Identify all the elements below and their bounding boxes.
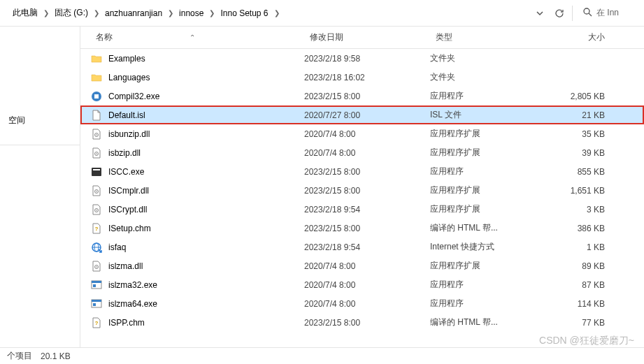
file-date: 2020/7/4 8:00: [304, 299, 430, 309]
file-row[interactable]: ?ISPP.chm2023/2/15 8:00编译的 HTML 帮...77 K…: [80, 313, 644, 332]
svg-point-4: [96, 134, 97, 136]
svg-point-0: [584, 8, 589, 14]
file-list-area: 名称 ⌃ 修改日期 类型 大小 Examples2023/2/18 9:58文件…: [80, 27, 644, 347]
file-size: 77 KB: [548, 318, 610, 328]
file-size: 39 KB: [548, 148, 610, 158]
file-date: 2020/7/4 8:00: [304, 261, 430, 271]
file-row[interactable]: islzma.dll2020/7/4 8:00应用程序扩展89 KB: [80, 256, 644, 275]
file-row[interactable]: Examples2023/2/18 9:58文件夹: [80, 49, 644, 68]
chm-icon: ?: [90, 316, 103, 329]
file-type: 应用程序扩展: [430, 147, 548, 159]
file-row[interactable]: Compil32.exe2023/2/15 8:00应用程序2,805 KB: [80, 87, 644, 105]
file-name: Compil32.exe: [108, 92, 304, 101]
svg-text:?: ?: [95, 226, 99, 232]
dll-icon: [90, 128, 103, 140]
chevron-right-icon: ❯: [94, 9, 99, 17]
file-name: islzma64.exe: [108, 299, 304, 309]
chevron-right-icon: ❯: [43, 9, 49, 17]
file-row[interactable]: islzma64.exe2020/7/4 8:00应用程序114 KB: [80, 294, 644, 313]
dll-icon: [90, 147, 103, 159]
chevron-right-icon: ❯: [209, 9, 215, 17]
file-icon: [90, 109, 103, 122]
svg-line-1: [589, 13, 592, 16]
file-rows: Examples2023/2/18 9:58文件夹Languages2023/2…: [80, 49, 644, 347]
file-row[interactable]: isbzip.dll2020/7/4 8:00应用程序扩展39 KB: [80, 143, 644, 162]
sort-indicator-icon: ⌃: [189, 34, 195, 41]
file-type: 文件夹: [430, 52, 548, 64]
exe-win-icon: [90, 298, 103, 310]
file-date: 2020/7/4 8:00: [304, 129, 430, 139]
file-date: 2023/2/18 9:54: [304, 205, 430, 214]
file-name: isbunzip.dll: [108, 129, 304, 139]
navigation-pane: 空间: [0, 27, 80, 347]
file-type: 应用程序扩展: [430, 128, 548, 140]
address-toolbar: 此电脑 ❯ 固态 (G:) ❯ anzhuanranjian ❯ innose …: [0, 0, 644, 27]
folder-icon: [90, 71, 103, 84]
file-type: 应用程序: [430, 298, 548, 310]
svg-rect-24: [93, 303, 96, 306]
history-dropdown-button[interactable]: [530, 3, 550, 23]
file-name: Examples: [108, 54, 304, 64]
dll-icon: [90, 203, 103, 216]
breadcrumb-item[interactable]: Inno Setup 6: [216, 6, 272, 21]
status-selected-size: 20.1 KB: [41, 351, 71, 361]
file-name: islzma.dll: [108, 261, 304, 271]
file-row[interactable]: ISCC.exe2023/2/15 8:00应用程序855 KB: [80, 162, 644, 181]
file-name: ISetup.chm: [108, 224, 304, 233]
column-headers: 名称 ⌃ 修改日期 类型 大小: [80, 27, 644, 49]
file-row[interactable]: Languages2023/2/18 16:02文件夹: [80, 68, 644, 87]
search-input[interactable]: 在 Inn: [578, 4, 641, 22]
file-date: 2020/7/4 8:00: [304, 280, 430, 290]
status-item-count: 个项目: [7, 350, 32, 362]
file-size: 35 KB: [548, 129, 610, 139]
exe-dark-icon: [90, 166, 103, 178]
chevron-right-icon: ❯: [274, 9, 280, 17]
svg-rect-20: [92, 281, 101, 283]
refresh-button[interactable]: [550, 3, 569, 23]
file-size: 21 KB: [548, 110, 610, 120]
file-date: 2023/2/15 8:00: [304, 186, 430, 196]
file-size: 2,805 KB: [548, 92, 610, 101]
file-date: 2023/2/15 8:00: [304, 92, 430, 101]
chm-icon: ?: [90, 222, 103, 235]
svg-point-12: [96, 210, 97, 211]
column-header-size[interactable]: 大小: [548, 31, 610, 43]
file-name: ISCmplr.dll: [108, 186, 304, 196]
svg-rect-21: [93, 284, 96, 287]
file-name: isfaq: [108, 242, 304, 252]
file-row[interactable]: islzma32.exe2020/7/4 8:00应用程序87 KB: [80, 275, 644, 294]
file-name: ISPP.chm: [108, 318, 304, 328]
file-row[interactable]: ?ISetup.chm2023/2/15 8:00编译的 HTML 帮...38…: [80, 219, 644, 238]
file-size: 1 KB: [548, 242, 610, 252]
breadcrumb-item[interactable]: innose: [175, 6, 208, 21]
file-date: 2020/7/27 8:00: [304, 110, 430, 120]
breadcrumb-item[interactable]: anzhuanranjian: [101, 6, 166, 21]
file-type: 编译的 HTML 帮...: [430, 222, 548, 234]
file-type: 文件夹: [430, 71, 548, 83]
status-bar: 个项目 20.1 KB: [0, 347, 644, 364]
file-date: 2023/2/18 16:02: [304, 73, 430, 82]
file-size: 114 KB: [548, 299, 610, 309]
file-name: Languages: [108, 73, 304, 82]
breadcrumb-item[interactable]: 固态 (G:): [50, 4, 92, 22]
file-type: 编译的 HTML 帮...: [430, 316, 548, 328]
file-date: 2020/7/4 8:00: [304, 148, 430, 158]
column-header-date[interactable]: 修改日期: [304, 31, 430, 43]
breadcrumb: 此电脑 ❯ 固态 (G:) ❯ anzhuanranjian ❯ innose …: [3, 4, 530, 22]
file-type: 应用程序扩展: [430, 203, 548, 215]
file-row[interactable]: Default.isl2020/7/27 8:00ISL 文件21 KB: [80, 105, 644, 124]
nav-item[interactable]: 空间: [0, 110, 80, 131]
file-name: ISCC.exe: [108, 167, 304, 177]
toolbar-separator: [572, 6, 573, 21]
file-row[interactable]: ISCmplr.dll2023/2/15 8:00应用程序扩展1,651 KB: [80, 181, 644, 200]
breadcrumb-item[interactable]: 此电脑: [8, 4, 42, 22]
file-type: 应用程序扩展: [430, 260, 548, 272]
file-row[interactable]: isfaq2023/2/18 9:54Internet 快捷方式1 KB: [80, 238, 644, 256]
file-row[interactable]: isbunzip.dll2020/7/4 8:00应用程序扩展35 KB: [80, 124, 644, 143]
net-icon: [90, 241, 103, 254]
column-header-type[interactable]: 类型: [430, 31, 548, 43]
file-size: 87 KB: [548, 280, 610, 290]
file-row[interactable]: ISCrypt.dll2023/2/18 9:54应用程序扩展3 KB: [80, 200, 644, 219]
column-header-name[interactable]: 名称 ⌃: [90, 31, 304, 43]
file-name: isbzip.dll: [108, 148, 304, 158]
